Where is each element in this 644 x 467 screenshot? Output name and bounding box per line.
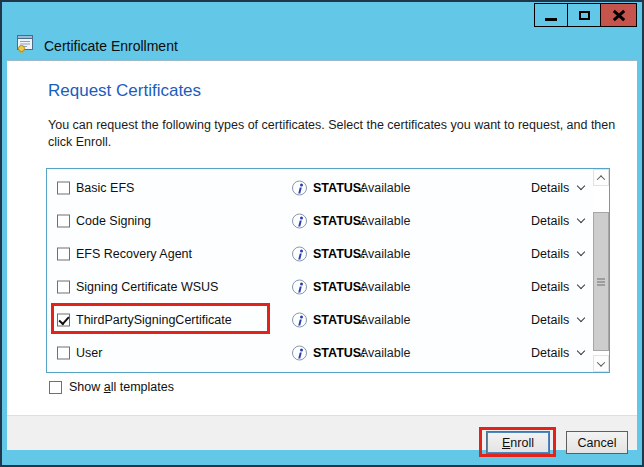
details-expander[interactable]: Details: [531, 214, 584, 228]
template-name: ThirdPartySigningCertificate: [76, 313, 232, 327]
show-all-templates-checkbox[interactable]: [49, 381, 62, 394]
template-checkbox[interactable]: [57, 247, 70, 260]
template-checkbox-checked[interactable]: [57, 313, 70, 326]
button-bar: Enroll Cancel: [7, 415, 637, 450]
scrollbar-thumb[interactable]: [593, 212, 609, 351]
titlebar: Certificate Enrollment: [15, 34, 178, 58]
chevron-down-icon: [597, 358, 605, 366]
close-icon: [612, 9, 626, 21]
chevron-down-icon: [577, 182, 585, 190]
template-name: Basic EFS: [76, 181, 134, 195]
info-icon: [292, 312, 307, 327]
template-row-signing-certificate-wsus: Signing Certificate WSUS STATUS: Availab…: [47, 270, 592, 303]
status-label: STATUS:: [313, 181, 365, 195]
status-value: Available: [360, 313, 411, 327]
minimize-button[interactable]: [534, 3, 568, 27]
template-name: Signing Certificate WSUS: [76, 280, 218, 294]
details-expander[interactable]: Details: [531, 181, 584, 195]
description-text: You can request the following types of c…: [48, 117, 615, 151]
chevron-down-icon: [577, 281, 585, 289]
info-icon: [292, 246, 307, 261]
scroll-down-button[interactable]: [593, 355, 609, 372]
template-checkbox[interactable]: [57, 280, 70, 293]
template-row-efs-recovery-agent: EFS Recovery Agent STATUS: Available Det…: [47, 237, 592, 270]
show-all-templates-label: Show all templates: [69, 380, 174, 394]
status-label: STATUS:: [313, 313, 365, 327]
certificate-enrollment-window: Certificate Enrollment Request Certifica…: [0, 0, 644, 467]
info-icon: [292, 345, 307, 360]
template-checkbox[interactable]: [57, 346, 70, 359]
scrollbar[interactable]: [593, 169, 609, 372]
minimize-icon: [545, 18, 557, 21]
chevron-down-icon: [577, 347, 585, 355]
template-name: User: [76, 346, 102, 360]
status-label: STATUS:: [313, 346, 365, 360]
cancel-button[interactable]: Cancel: [566, 431, 628, 454]
chevron-down-icon: [577, 314, 585, 322]
template-row-thirdpartysigningcertificate: ThirdPartySigningCertificate STATUS: Ava…: [47, 303, 592, 336]
caption-buttons: [535, 3, 637, 27]
status-value: Available: [360, 214, 411, 228]
maximize-button[interactable]: [567, 3, 601, 27]
status-label: STATUS:: [313, 214, 365, 228]
info-icon: [292, 213, 307, 228]
window-title: Certificate Enrollment: [44, 38, 178, 54]
close-button[interactable]: [600, 3, 637, 27]
template-name: EFS Recovery Agent: [76, 247, 192, 261]
template-row-user: User STATUS: Available Details: [47, 336, 592, 369]
status-value: Available: [360, 346, 411, 360]
details-expander[interactable]: Details: [531, 280, 584, 294]
grip-icon: [597, 281, 605, 282]
chevron-down-icon: [577, 215, 585, 223]
status-value: Available: [360, 280, 411, 294]
maximize-icon: [579, 11, 590, 20]
dialog-body: Request Certificates You can request the…: [7, 60, 637, 450]
page-title: Request Certificates: [48, 81, 201, 101]
template-row-code-signing: Code Signing STATUS: Available Details: [47, 204, 592, 237]
info-icon: [292, 180, 307, 195]
status-value: Available: [360, 181, 411, 195]
template-name: Code Signing: [76, 214, 151, 228]
scroll-up-button[interactable]: [593, 169, 609, 186]
status-label: STATUS:: [313, 280, 365, 294]
template-checkbox[interactable]: [57, 214, 70, 227]
enroll-button[interactable]: Enroll: [486, 431, 550, 454]
template-checkbox[interactable]: [57, 181, 70, 194]
certificate-icon: [15, 34, 35, 58]
show-all-templates: Show all templates: [49, 380, 174, 394]
certificate-template-list: Basic EFS STATUS: Available Details Code…: [46, 168, 610, 373]
chevron-down-icon: [577, 248, 585, 256]
details-expander[interactable]: Details: [531, 346, 584, 360]
details-expander[interactable]: Details: [531, 247, 584, 261]
info-icon: [292, 279, 307, 294]
status-label: STATUS:: [313, 247, 365, 261]
template-row-basic-efs: Basic EFS STATUS: Available Details: [47, 171, 592, 204]
details-expander[interactable]: Details: [531, 313, 584, 327]
status-value: Available: [360, 247, 411, 261]
chevron-up-icon: [597, 175, 605, 183]
